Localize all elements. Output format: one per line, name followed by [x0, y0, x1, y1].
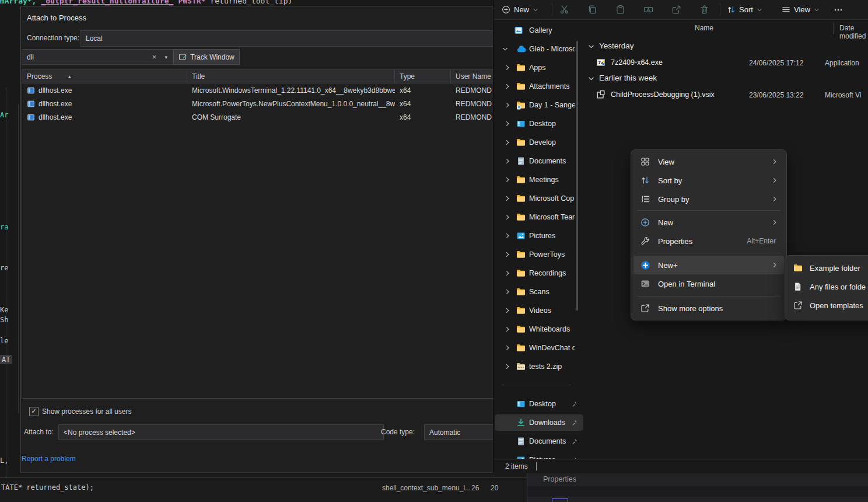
submenu-item-example-folder[interactable]: Example folder	[788, 259, 868, 277]
share-button[interactable]	[668, 3, 684, 16]
group-by-icon	[640, 194, 650, 204]
sidebar-item-onedrive[interactable]: Gleb - Microsoft	[495, 41, 583, 57]
title-cell: Microsoft.WindowsTerminal_1.22.11141.0_x…	[187, 86, 395, 95]
share-icon	[671, 5, 681, 15]
sidebar-item-label: Microsoft Tear	[529, 213, 575, 221]
sidebar-item-label: Microsoft Cop	[529, 194, 575, 203]
filter-dropdown-icon[interactable]: ▾	[164, 54, 167, 60]
group-header-earlier-this-week[interactable]: Earlier this week	[599, 74, 657, 82]
cut-button[interactable]	[556, 3, 572, 16]
attach-to-value: <No process selected>	[64, 428, 135, 437]
sidebar-item-videos[interactable]: Videos	[495, 302, 583, 319]
status-cursor	[536, 462, 537, 470]
submenu-item-open-templates[interactable]: Open templates	[788, 296, 868, 315]
code-type-select[interactable]: Automatic	[424, 424, 494, 440]
chevron-right-icon	[504, 232, 511, 239]
column-label: Process	[27, 72, 52, 81]
code-fragment: Ke	[0, 306, 8, 314]
sidebar-item-scans[interactable]: Scans	[495, 284, 583, 300]
rename-button[interactable]	[640, 3, 656, 16]
connection-type-select[interactable]: Local	[80, 30, 494, 47]
chevron-right-icon	[504, 307, 511, 314]
menu-item-new-plus[interactable]: New+	[634, 256, 784, 274]
menu-item-view[interactable]: View	[634, 152, 784, 171]
sidebar-item-tests-zip[interactable]: tests 2.zip	[495, 358, 583, 375]
properties-panel-title: Properties	[543, 475, 576, 483]
submenu-item-label: Any files or folde	[810, 283, 866, 291]
sidebar-pinned-documents[interactable]: Documents	[495, 433, 583, 449]
sidebar-item-pictures[interactable]: Pictures	[495, 228, 583, 244]
submenu-item-label: Open templates	[810, 301, 863, 310]
column-header-type[interactable]: Type	[395, 70, 451, 83]
column-header-date[interactable]: Date modified	[839, 24, 868, 40]
sidebar-item-attachments[interactable]: Attachments	[495, 78, 583, 95]
sidebar-item-powertoys[interactable]: PowerToys	[495, 246, 583, 263]
process-name: dllhost.exe	[38, 86, 72, 95]
clear-filter-icon[interactable]: ×	[152, 53, 156, 61]
column-header-process[interactable]: Process ▲	[22, 70, 187, 83]
menu-item-group-by[interactable]: Group by	[634, 190, 784, 208]
sidebar-item-day1[interactable]: Day 1 - Sangee	[495, 97, 583, 113]
process-table: Process ▲ Title Type User Name dllhost.e…	[22, 69, 494, 399]
sidebar-item-develop[interactable]: Develop	[495, 134, 583, 151]
chevron-down-icon[interactable]	[587, 75, 595, 82]
delete-button[interactable]	[696, 3, 712, 16]
file-list-column-headers: Name Date modified Type	[584, 21, 868, 36]
track-window-label: Track Window	[190, 53, 235, 61]
column-separator[interactable]	[833, 23, 834, 34]
sidebar-pinned-downloads[interactable]: Downloads	[495, 414, 583, 431]
chevron-down-icon[interactable]	[587, 43, 595, 50]
menu-item-open-in-terminal[interactable]: Open in Terminal	[634, 274, 784, 293]
column-header-name[interactable]: Name	[695, 24, 713, 32]
open-external-icon	[793, 301, 803, 310]
sidebar-item-recordings[interactable]: Recordings	[495, 265, 583, 281]
report-a-problem-link[interactable]: Report a problem	[22, 455, 76, 463]
sidebar-item-whiteboards[interactable]: Whiteboards	[495, 321, 583, 337]
sidebar-scrollbar[interactable]	[576, 41, 578, 311]
new-button[interactable]: New	[498, 2, 542, 17]
sort-button[interactable]: Sort	[723, 2, 766, 17]
process-row[interactable]: dllhost.exe Microsoft.WindowsTerminal_1.…	[22, 83, 494, 97]
process-row[interactable]: dllhost.exe Microsoft.PowerToys.NewPlusC…	[22, 97, 494, 110]
folder-icon	[793, 263, 803, 273]
sidebar-item-microsoft-cop[interactable]: Microsoft Cop	[495, 190, 583, 207]
chevron-right-icon	[504, 270, 511, 277]
paste-button[interactable]	[612, 3, 628, 16]
attach-to-input[interactable]: <No process selected>	[58, 424, 384, 440]
show-all-users-checkbox-row[interactable]: ✓ Show processes for all users	[29, 407, 131, 416]
group-header-yesterday[interactable]: Yesterday	[599, 41, 634, 50]
sidebar-item-meetings[interactable]: Meetings	[495, 172, 583, 188]
more-options-button[interactable]	[831, 3, 846, 16]
menu-item-sort-by[interactable]: Sort by	[634, 171, 784, 190]
code-fragment: le	[0, 337, 8, 345]
onedrive-cloud-icon	[516, 44, 526, 54]
track-window-button[interactable]: Track Window	[173, 49, 240, 65]
menu-item-label: New	[658, 218, 673, 227]
editor-code-line: emArray*,_outptr_result_nullonfailure_PW…	[0, 0, 292, 5]
desktop: emArray*,_outptr_result_nullonfailure_PW…	[0, 0, 868, 502]
menu-item-show-more-options[interactable]: Show more options	[634, 299, 784, 318]
sidebar-item-gallery[interactable]: Gallery	[495, 22, 583, 39]
process-filter-input[interactable]: dll × ▾	[22, 49, 173, 65]
checkbox-checked[interactable]: ✓	[29, 407, 38, 416]
sidebar-pinned-desktop[interactable]: Desktop	[495, 396, 583, 412]
column-label: Title	[192, 72, 205, 81]
copy-button[interactable]	[584, 3, 600, 16]
column-header-title[interactable]: Title	[187, 70, 395, 83]
chevron-right-icon	[504, 64, 511, 71]
process-cell: dllhost.exe	[22, 86, 187, 95]
column-header-user[interactable]: User Name	[451, 70, 494, 83]
view-button[interactable]: View	[778, 2, 823, 17]
sidebar-item-microsoft-tear[interactable]: Microsoft Tear	[495, 209, 583, 225]
menu-item-properties[interactable]: Properties Alt+Enter	[634, 232, 784, 250]
code-token: PWSTR*	[178, 0, 205, 5]
sidebar-item-documents[interactable]: Documents	[495, 153, 583, 169]
process-row[interactable]: dllhost.exe COM Surrogate x64 REDMOND	[22, 110, 494, 124]
menu-item-new[interactable]: New	[634, 213, 784, 232]
sidebar-item-windevchat[interactable]: WinDevChat c	[495, 340, 583, 356]
sidebar-item-desktop[interactable]: Desktop	[495, 116, 583, 132]
sidebar-item-apps[interactable]: Apps	[495, 60, 583, 76]
file-date: 24/06/2025 17:12	[749, 59, 803, 67]
chevron-right-icon	[504, 83, 511, 90]
submenu-item-any-files[interactable]: Any files or folde	[788, 277, 868, 296]
